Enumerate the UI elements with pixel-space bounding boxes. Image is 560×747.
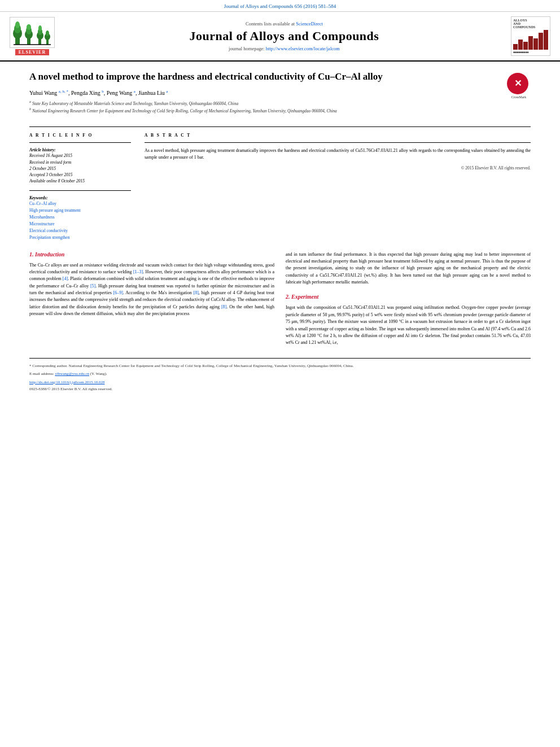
crossmark-circle: ✕: [507, 73, 528, 94]
history-title: Article history:: [29, 147, 131, 152]
journal-right-logo: ALLOYSANDCOMPOUNDS ■■■■■■■■■: [511, 16, 553, 56]
doi-link[interactable]: http://dx.doi.org/10.1016/j.jallcom.2015…: [29, 379, 531, 385]
author-1: Yuhui Wang a, b, *: [29, 90, 68, 96]
jac-bar-5: [533, 38, 538, 50]
svg-point-3: [15, 21, 20, 28]
article-main-title: A novel method to improve the hardness a…: [29, 71, 498, 84]
article-content: A novel method to improve the hardness a…: [0, 62, 560, 400]
svg-point-14: [46, 30, 49, 36]
ref-8b[interactable]: [8]: [221, 304, 226, 309]
jac-thumbnail-footer: ■■■■■■■■■: [513, 51, 548, 54]
email-note: E-mail address: ylhwang@ysu.edu.cn (Y. W…: [29, 371, 531, 377]
abstract-copyright: © 2015 Elsevier B.V. All rights reserved…: [145, 165, 531, 171]
affiliation-a: a State Key Laboratory of Metastable Mat…: [29, 99, 498, 107]
section-2-title: 2. Experiment: [286, 294, 531, 300]
title-separator: [29, 126, 531, 127]
abstract-heading: A B S T R A C T: [145, 133, 531, 138]
crossmark-badge: ✕ CrossMark: [507, 73, 531, 99]
jac-bar-chart: [513, 30, 548, 50]
ref-6-9[interactable]: [6–9]: [113, 290, 123, 295]
crossmark-icon: ✕: [510, 76, 525, 91]
journal-title: Journal of Alloys and Compounds: [63, 29, 505, 43]
body-section: 1. Introduction The Cu–Cr alloys are use…: [29, 251, 531, 347]
footer-section: * Corresponding author. National Enginee…: [29, 358, 531, 391]
jac-thumbnail-title: ALLOYSANDCOMPOUNDS: [513, 19, 548, 29]
article-info-column: A R T I C L E I N F O Article history: R…: [29, 133, 131, 241]
homepage-text: journal homepage:: [229, 46, 265, 51]
homepage-line: journal homepage: http://www.elsevier.co…: [63, 46, 505, 51]
jac-thumbnail: ALLOYSANDCOMPOUNDS ■■■■■■■■■: [511, 16, 550, 56]
footer-copyright: 0925-8388/© 2015 Elsevier B.V. All right…: [29, 387, 531, 391]
history-revised-date: 2 October 2015: [29, 165, 131, 172]
body-right-col: and in turn influence the final performa…: [286, 251, 531, 347]
doi-anchor[interactable]: http://dx.doi.org/10.1016/j.jallcom.2015…: [29, 380, 104, 385]
affiliations: a State Key Laboratory of Metastable Mat…: [29, 99, 498, 114]
contents-available-line: Contents lists available at ScienceDirec…: [63, 21, 505, 27]
article-history: Article history: Received 16 August 2015…: [29, 147, 131, 184]
journal-header: ELSEVIER Contents lists available at Sci…: [0, 12, 560, 62]
jac-bar-4: [528, 36, 533, 50]
history-online: Available online 8 October 2015: [29, 178, 131, 184]
homepage-link[interactable]: http://www.elsevier.com/locate/jalcom: [266, 46, 340, 51]
history-accepted: Accepted 3 October 2015: [29, 172, 131, 178]
article-title-section: A novel method to improve the hardness a…: [29, 71, 531, 121]
email-name: (Y. Wang).: [90, 372, 107, 376]
email-label: E-mail address:: [29, 372, 55, 376]
corresponding-author-note: * Corresponding author. National Enginee…: [29, 363, 531, 369]
keywords-separator: [29, 190, 131, 191]
crossmark-label: CrossMark: [507, 95, 531, 99]
svg-point-11: [38, 25, 42, 31]
jac-bar-7: [544, 30, 548, 50]
jac-bar-1: [513, 44, 518, 50]
svg-point-7: [27, 24, 31, 30]
sciencedirect-link[interactable]: ScienceDirect: [296, 21, 323, 27]
authors-line: Yuhui Wang a, b, *, Pengda Xing b, Peng …: [29, 89, 498, 96]
ref-5[interactable]: [5]: [90, 283, 95, 289]
journal-center: Contents lists available at ScienceDirec…: [63, 21, 505, 51]
elsevier-tree-icon: [12, 19, 52, 47]
keywords-title: Keywords:: [29, 195, 131, 200]
author-2: Pengda Xing b: [71, 90, 104, 96]
jac-bar-3: [523, 42, 528, 50]
jac-bar-6: [539, 33, 543, 50]
ref-4[interactable]: [4]: [63, 276, 68, 281]
svg-text:✕: ✕: [514, 78, 522, 88]
journal-citation-text: Journal of Alloys and Compounds 656 (201…: [224, 3, 336, 9]
history-received: Received 16 August 2015: [29, 152, 131, 159]
ref-1-3[interactable]: [1–3]: [133, 269, 143, 274]
keyword-4: Microstructure: [29, 221, 131, 228]
elsevier-label: ELSEVIER: [15, 49, 49, 55]
history-revised-label: Received in revised form: [29, 159, 131, 165]
body-intro-para-2: and in turn influence the final performa…: [286, 251, 531, 286]
keyword-1: Cu–Cr–Al alloy: [29, 200, 131, 207]
abstract-column: A B S T R A C T As a novel method, high …: [145, 133, 531, 241]
contents-text: Contents lists available at: [246, 21, 295, 27]
info-abstract-columns: A R T I C L E I N F O Article history: R…: [29, 133, 531, 241]
body-two-col: 1. Introduction The Cu–Cr alloys are use…: [29, 251, 531, 347]
affiliation-b: b National Engineering Research Center f…: [29, 107, 498, 114]
body-experiment-para-1: Ingot with the composition of Cu51.76Cr4…: [286, 304, 531, 346]
keywords-section: Keywords: Cu–Cr–Al alloy High pressure a…: [29, 195, 131, 241]
info-separator: [29, 142, 131, 143]
author-4: Jianhua Liu a: [138, 90, 168, 96]
section-1-title: 1. Introduction: [29, 251, 274, 257]
body-left-col: 1. Introduction The Cu–Cr alloys are use…: [29, 251, 274, 347]
jac-bar-2: [518, 40, 523, 50]
elsevier-logo: ELSEVIER: [7, 17, 58, 55]
keyword-5: Electrical conductivity: [29, 228, 131, 234]
abstract-text: As a novel method, high pressure aging t…: [145, 147, 531, 161]
journal-citation-bar: Journal of Alloys and Compounds 656 (201…: [0, 0, 560, 12]
body-intro-para-1: The Cu–Cr alloys are used as resistance …: [29, 262, 274, 318]
article-info-heading: A R T I C L E I N F O: [29, 133, 131, 138]
email-link[interactable]: ylhwang@ysu.edu.cn: [55, 372, 90, 376]
article-title-text: A novel method to improve the hardness a…: [29, 71, 498, 116]
author-3: Peng Wang a: [107, 90, 135, 96]
keyword-3: Microhardness: [29, 214, 131, 221]
keyword-2: High pressure aging treatment: [29, 207, 131, 214]
ref-8a[interactable]: [8]: [194, 290, 199, 295]
abstract-separator: [145, 142, 531, 143]
keyword-6: Precipitation strengthen: [29, 234, 131, 241]
elsevier-logo-box: [10, 17, 55, 48]
